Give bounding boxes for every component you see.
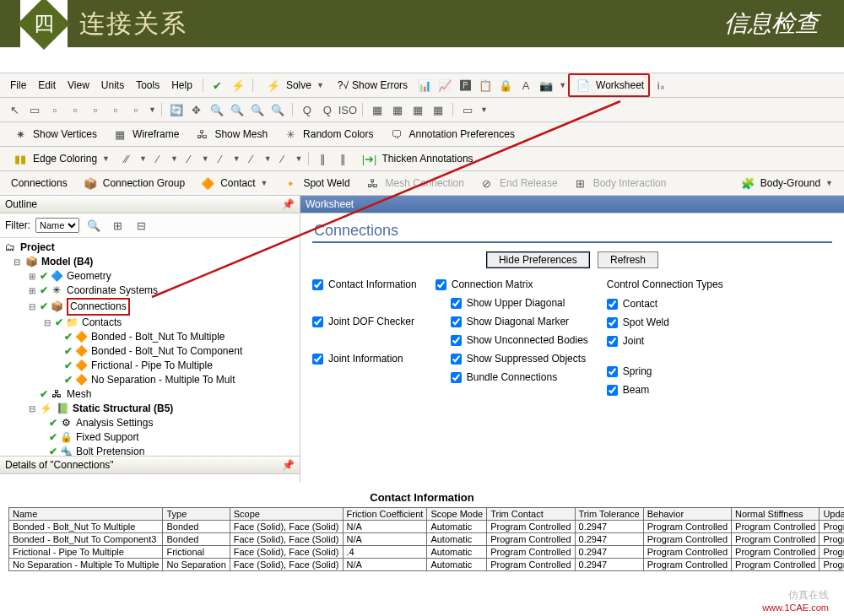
table-header[interactable]: Update Stiffness bbox=[820, 508, 844, 521]
menu-units[interactable]: Units bbox=[96, 78, 129, 93]
view-icon[interactable]: ▦ bbox=[408, 100, 427, 119]
upper-diagonal-checkbox[interactable]: Show Upper Diagonal bbox=[451, 297, 588, 309]
body-icon[interactable]: ▫ bbox=[106, 100, 125, 119]
table-row[interactable]: No Separation - Multiple To MultipleNo S… bbox=[9, 559, 845, 571]
view-icon[interactable]: ▦ bbox=[388, 100, 407, 119]
edge-coloring-button[interactable]: ▮▮Edge Coloring▼ bbox=[5, 147, 116, 170]
menu-edit[interactable]: Edit bbox=[33, 78, 61, 93]
edge-opt-icon[interactable]: ⁄ bbox=[211, 149, 230, 168]
view-icon[interactable]: Q bbox=[298, 100, 316, 119]
tree-connections[interactable]: Connections bbox=[67, 298, 130, 316]
zoom-sel-icon[interactable]: 🔍 bbox=[268, 100, 287, 119]
connection-group-button[interactable]: 📦Connection Group bbox=[75, 171, 191, 195]
hide-preferences-button[interactable]: Hide Preferences bbox=[486, 251, 590, 268]
table-header[interactable]: Scope Mode bbox=[427, 508, 487, 521]
table-header[interactable]: Friction Coefficient bbox=[343, 508, 427, 521]
connections-tab[interactable]: Connections bbox=[5, 175, 73, 192]
table-header[interactable]: Trim Tolerance bbox=[575, 508, 643, 521]
tree-analysis[interactable]: Analysis Settings bbox=[76, 416, 153, 430]
tree-model[interactable]: Model (B4) bbox=[41, 255, 93, 269]
expand-all-icon[interactable]: ⊞ bbox=[108, 216, 127, 235]
edge-opt-icon[interactable]: ⁄ bbox=[273, 149, 292, 168]
refresh-button[interactable]: Refresh bbox=[598, 251, 658, 268]
tree-project[interactable]: Project bbox=[20, 240, 55, 255]
table-header[interactable]: Type bbox=[163, 508, 230, 521]
fit-icon[interactable]: 🔍 bbox=[248, 100, 267, 119]
wireframe-button[interactable]: ▦Wireframe bbox=[105, 122, 185, 146]
tool-icon[interactable]: 🅿 bbox=[456, 76, 474, 95]
type-joint-checkbox[interactable]: Joint bbox=[607, 335, 723, 347]
table-header[interactable]: Behavior bbox=[643, 508, 731, 521]
tool-icon[interactable]: 📈 bbox=[436, 76, 454, 95]
table-header[interactable]: Normal Stiffness bbox=[732, 508, 820, 521]
mesh-connection-button[interactable]: 🖧Mesh Connection bbox=[358, 171, 470, 195]
end-release-button[interactable]: ⊘End Release bbox=[472, 171, 564, 195]
unconnected-bodies-checkbox[interactable]: Show Unconnected Bodies bbox=[451, 334, 588, 346]
menu-tools[interactable]: Tools bbox=[131, 78, 165, 93]
tree-contact-item[interactable]: No Separation - Multiple To Mult bbox=[91, 373, 235, 387]
tool-icon[interactable]: 📊 bbox=[415, 76, 434, 95]
edge-opt-icon[interactable]: ⁄ bbox=[149, 149, 167, 168]
tool-icon[interactable]: 🔒 bbox=[496, 76, 515, 95]
table-header[interactable]: Trim Contact bbox=[487, 508, 575, 521]
diagonal-marker-checkbox[interactable]: Show Diagonal Marker bbox=[451, 316, 588, 327]
menu-view[interactable]: View bbox=[62, 78, 95, 93]
type-contact-checkbox[interactable]: Contact bbox=[607, 298, 723, 310]
connection-matrix-checkbox[interactable]: Connection Matrix bbox=[436, 278, 588, 290]
select-icon[interactable]: ▭ bbox=[25, 100, 44, 119]
show-vertices-button[interactable]: ✷Show Vertices bbox=[5, 122, 103, 146]
show-errors-button[interactable]: ?√Show Errors bbox=[332, 77, 414, 94]
zoom-icon[interactable]: 🔍 bbox=[208, 100, 226, 119]
tree-coord[interactable]: Coordinate Systems bbox=[67, 284, 158, 298]
tree-bolt-pretension[interactable]: Bolt Pretension bbox=[76, 445, 144, 456]
iso-icon[interactable]: ISO bbox=[338, 100, 357, 119]
body-interaction-button[interactable]: ⊞Body Interaction bbox=[565, 171, 673, 195]
vertex-icon[interactable]: ▫ bbox=[46, 100, 64, 119]
zoom-box-icon[interactable]: 🔍 bbox=[228, 100, 246, 119]
thicken-annotations-button[interactable]: |➔|Thicken Annotations bbox=[354, 147, 479, 170]
table-row[interactable]: Bonded - Bolt_Nut To MultipleBondedFace … bbox=[9, 521, 845, 533]
solve-button[interactable]: ⚡Solve▼ bbox=[258, 73, 330, 97]
type-spring-checkbox[interactable]: Spring bbox=[607, 365, 723, 377]
filter-select[interactable]: Name bbox=[35, 218, 79, 233]
bolt-icon[interactable]: ⚡ bbox=[229, 76, 247, 95]
random-colors-button[interactable]: ✳Random Colors bbox=[275, 122, 379, 146]
menu-help[interactable]: Help bbox=[166, 78, 197, 93]
view-icon[interactable]: Q bbox=[318, 100, 337, 119]
tree-static[interactable]: Static Structural (B5) bbox=[73, 402, 173, 416]
edge-opt-icon[interactable]: ⁄ bbox=[242, 149, 261, 168]
show-mesh-button[interactable]: 🖧Show Mesh bbox=[187, 122, 273, 146]
select-mode-icon[interactable]: ▫ bbox=[127, 100, 145, 119]
info-icon[interactable]: iₓ bbox=[652, 76, 670, 95]
text-icon[interactable]: A bbox=[517, 76, 535, 95]
tree-contacts[interactable]: Contacts bbox=[82, 316, 122, 330]
rotate-icon[interactable]: 🔄 bbox=[167, 100, 186, 119]
filter-icon[interactable]: 🔍 bbox=[84, 216, 103, 235]
pan-icon[interactable]: ✥ bbox=[187, 100, 206, 119]
view-icon[interactable]: ▦ bbox=[368, 100, 387, 119]
type-beam-checkbox[interactable]: Beam bbox=[607, 384, 723, 396]
face-icon[interactable]: ▫ bbox=[86, 100, 105, 119]
tree-mesh[interactable]: Mesh bbox=[67, 387, 91, 402]
tree-contact-item[interactable]: Bonded - Bolt_Nut To Component bbox=[91, 344, 242, 359]
joint-info-checkbox[interactable]: Joint Information bbox=[312, 353, 417, 365]
joint-dof-checkbox[interactable]: Joint DOF Checker bbox=[312, 316, 417, 327]
color-icon[interactable]: ▭ bbox=[458, 100, 477, 119]
bundle-connections-checkbox[interactable]: Bundle Connections bbox=[451, 371, 588, 383]
view-icon[interactable]: ▦ bbox=[429, 100, 447, 119]
type-spotweld-checkbox[interactable]: Spot Weld bbox=[607, 316, 723, 328]
annotation-prefs-button[interactable]: 🗨Annotation Preferences bbox=[381, 122, 520, 146]
ok-icon[interactable]: ✔ bbox=[208, 76, 227, 95]
pointer-icon[interactable]: ↖ bbox=[5, 100, 24, 119]
suppressed-objects-checkbox[interactable]: Show Suppressed Objects bbox=[451, 353, 588, 365]
line-icon[interactable]: ‖ bbox=[334, 149, 353, 168]
contact-button[interactable]: 🔶Contact▼ bbox=[192, 171, 273, 195]
edge-opt-icon[interactable]: ⁄⁄ bbox=[117, 149, 136, 168]
edge-opt-icon[interactable]: ⁄ bbox=[180, 149, 198, 168]
outline-tree[interactable]: 🗂Project ⊟📦Model (B4) ⊞✔🔷Geometry ⊞✔✳Coo… bbox=[0, 238, 300, 456]
camera-icon[interactable]: 📷 bbox=[537, 76, 555, 95]
pin-icon[interactable]: 📌 bbox=[282, 198, 295, 210]
table-row[interactable]: Bonded - Bolt_Nut To Component3BondedFac… bbox=[9, 533, 845, 546]
edge-icon[interactable]: ▫ bbox=[66, 100, 84, 119]
worksheet-button[interactable]: 📄Worksheet bbox=[568, 73, 650, 97]
